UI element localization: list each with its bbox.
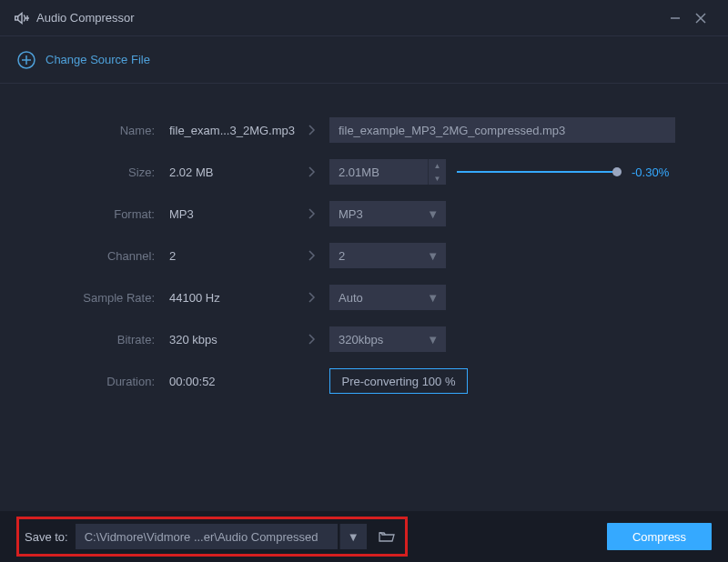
chevron-right-icon	[293, 166, 329, 178]
save-to-label: Save to:	[25, 530, 68, 544]
compress-button[interactable]: Compress	[607, 523, 712, 550]
close-button[interactable]	[688, 5, 713, 31]
label-size: Size:	[24, 166, 160, 179]
channel-select-value: 2	[339, 249, 345, 263]
svg-rect-0	[15, 16, 18, 20]
app-title: Audio Compressor	[36, 11, 135, 25]
value-format: MP3	[160, 207, 293, 221]
output-name-input[interactable]	[329, 117, 675, 143]
label-bitrate: Bitrate:	[24, 333, 160, 346]
save-path-value: C:\Vidmore\Vidmore ...er\Audio Compresse…	[85, 530, 318, 544]
minimize-button[interactable]	[662, 5, 688, 31]
save-to-group: Save to: C:\Vidmore\Vidmore ...er\Audio …	[16, 517, 408, 557]
size-spinner-value: 2.01MB	[329, 166, 428, 179]
row-bitrate: Bitrate: 320 kbps 320kbps ▼	[24, 318, 704, 360]
folder-icon	[379, 530, 395, 543]
value-duration: 00:00:52	[160, 375, 293, 388]
slider-thumb[interactable]	[612, 167, 622, 176]
format-select[interactable]: MP3 ▼	[329, 201, 446, 226]
chevron-right-icon	[293, 207, 329, 220]
add-icon	[16, 50, 36, 70]
label-sample-rate: Sample Rate:	[24, 291, 160, 305]
sample-rate-select[interactable]: Auto ▼	[329, 285, 446, 310]
caret-down-icon: ▼	[427, 333, 439, 346]
size-delta: -0.30%	[632, 166, 679, 179]
row-sample-rate: Sample Rate: 44100 Hz Auto ▼	[24, 276, 704, 318]
label-name: Name:	[24, 124, 160, 137]
caret-down-icon: ▼	[427, 207, 439, 221]
value-name: file_exam...3_2MG.mp3	[160, 124, 293, 137]
save-path-dropdown[interactable]: ▼	[339, 524, 367, 549]
progress-indicator: Pre-converting 100 %	[329, 368, 468, 394]
label-channel: Channel:	[24, 249, 160, 263]
row-channel: Channel: 2 2 ▼	[24, 235, 704, 276]
bitrate-select-value: 320kbps	[339, 333, 383, 346]
row-name: Name: file_exam...3_2MG.mp3	[24, 109, 704, 151]
value-bitrate: 320 kbps	[160, 333, 293, 346]
value-size: 2.02 MB	[160, 166, 293, 179]
label-duration: Duration:	[24, 375, 160, 388]
channel-select[interactable]: 2 ▼	[329, 243, 446, 268]
format-select-value: MP3	[339, 207, 363, 221]
caret-down-icon: ▼	[427, 249, 439, 263]
footer: Save to: C:\Vidmore\Vidmore ...er\Audio …	[0, 511, 728, 562]
app-icon	[15, 12, 29, 25]
spinner-up[interactable]: ▲	[429, 159, 446, 172]
caret-down-icon: ▼	[348, 530, 359, 544]
bitrate-select[interactable]: 320kbps ▼	[329, 326, 446, 352]
form: Name: file_exam...3_2MG.mp3 Size: 2.02 M…	[0, 84, 728, 402]
value-channel: 2	[160, 249, 293, 263]
caret-down-icon: ▼	[427, 291, 439, 305]
chevron-right-icon	[293, 333, 329, 346]
row-duration: Duration: 00:00:52 Pre-converting 100 %	[24, 360, 704, 402]
row-size: Size: 2.02 MB 2.01MB ▲ ▼ -0.30%	[24, 151, 704, 193]
titlebar: Audio Compressor	[0, 0, 728, 36]
sample-rate-select-value: Auto	[339, 291, 363, 305]
spinner-down[interactable]: ▼	[429, 172, 446, 185]
label-format: Format:	[24, 207, 160, 221]
value-sample-rate: 44100 Hz	[160, 291, 293, 305]
change-source-row[interactable]: Change Source File	[0, 36, 728, 84]
chevron-right-icon	[293, 291, 329, 304]
save-path-box[interactable]: C:\Vidmore\Vidmore ...er\Audio Compresse…	[76, 524, 338, 549]
size-slider[interactable]	[457, 166, 621, 178]
size-spinner[interactable]: 2.01MB ▲ ▼	[329, 159, 446, 185]
chevron-right-icon	[293, 249, 329, 262]
row-format: Format: MP3 MP3 ▼	[24, 193, 704, 235]
change-source-label: Change Source File	[46, 53, 150, 66]
progress-text: Pre-converting 100 %	[341, 375, 455, 388]
chevron-right-icon	[293, 124, 329, 136]
open-folder-button[interactable]	[374, 524, 399, 549]
